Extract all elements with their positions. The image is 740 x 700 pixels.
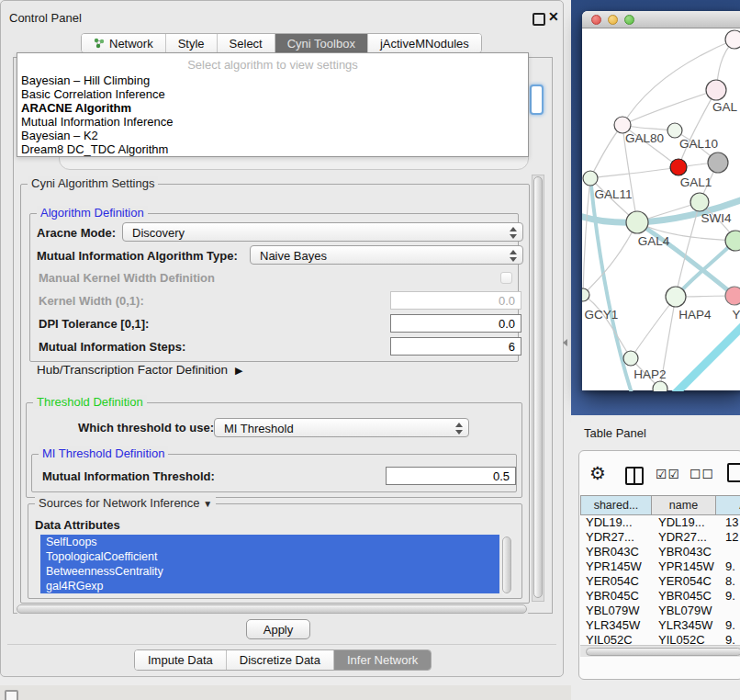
network-node[interactable]: [667, 123, 682, 138]
network-node[interactable]: [583, 171, 598, 186]
table-horizontal-scrollbar[interactable]: [580, 645, 740, 657]
close-panel-button[interactable]: ✕: [548, 9, 559, 24]
table-row[interactable]: YPR145WYPR145W9.: [580, 559, 740, 574]
bottom-tab-impute-data[interactable]: Impute Data: [135, 650, 227, 670]
network-node[interactable]: [706, 80, 726, 100]
table-cell: YBL079W: [652, 604, 725, 618]
column-browser-icon[interactable]: [625, 467, 644, 485]
minimize-traffic-light-icon[interactable]: [608, 15, 618, 25]
algorithm-definition-title: Algorithm Definition: [37, 206, 148, 220]
select-all-checkboxes-icon[interactable]: ☑☑: [656, 467, 680, 481]
which-threshold-select[interactable]: MI Threshold: [214, 418, 469, 437]
tab-select[interactable]: Select: [218, 34, 275, 52]
horizontal-scrollbar-thumb[interactable]: [17, 604, 527, 614]
network-canvas[interactable]: GALGAL80GAL10GAL11GAL1SWI4GAL4GCY1HAP4YH…: [582, 29, 740, 391]
table-scrollbar-thumb[interactable]: [586, 648, 740, 656]
algorithm-dropdown: Select algorithm to view settings Bayesi…: [17, 52, 529, 157]
table-cell: YBL079W: [580, 604, 652, 618]
table-row[interactable]: YBL079WYBL079W: [580, 604, 740, 618]
network-edge[interactable]: [674, 323, 740, 391]
column-header-a[interactable]: A: [716, 495, 740, 515]
network-edge[interactable]: [583, 178, 590, 295]
close-traffic-light-icon[interactable]: [591, 15, 601, 25]
table-row[interactable]: YLR345WYLR345W9.: [580, 618, 740, 633]
attribute-item-selfloops[interactable]: SelfLoops: [40, 535, 499, 549]
dpi-tolerance-input[interactable]: 0.0: [390, 314, 521, 333]
algorithm-option-mutual-information-inference[interactable]: Mutual Information Inference: [17, 115, 528, 129]
mi-steps-input[interactable]: 6: [390, 337, 521, 356]
network-node[interactable]: [725, 30, 740, 49]
settings-horizontal-scrollbar[interactable]: [16, 604, 530, 615]
algorithm-option-dream8-dc-tdc-algorithm[interactable]: Dream8 DC_TDC Algorithm: [17, 142, 528, 156]
kernel-width-input[interactable]: 0.0: [390, 291, 521, 310]
table-cell: YPR145W: [652, 559, 725, 574]
network-window-titlebar[interactable]: [582, 11, 740, 28]
network-edge[interactable]: [590, 167, 678, 178]
bottom-tab-infer-network[interactable]: Infer Network: [334, 650, 431, 670]
export-table-icon[interactable]: [727, 463, 740, 482]
algorithm-option-aracne-algorithm[interactable]: ARACNE Algorithm: [17, 101, 528, 115]
settings-vertical-scrollbar[interactable]: [532, 175, 544, 602]
panel-collapse-handle[interactable]: [563, 339, 567, 346]
gear-icon[interactable]: ⚙: [589, 462, 606, 484]
attribute-item-topologicalcoefficient[interactable]: TopologicalCoefficient: [40, 549, 499, 564]
mi-threshold-input[interactable]: 0.5: [386, 467, 516, 485]
network-node[interactable]: [626, 211, 648, 233]
table-row[interactable]: YDL19...YDL19...13: [580, 515, 740, 530]
network-edge[interactable]: [622, 90, 716, 125]
column-header-shared[interactable]: shared...: [580, 495, 652, 515]
network-edge[interactable]: [583, 295, 631, 358]
network-node[interactable]: [725, 287, 740, 305]
network-edge[interactable]: [583, 222, 637, 295]
hub-definition-toggle[interactable]: Hub/Transcription Factor Definition▶: [37, 363, 243, 377]
aracne-mode-label: Aracne Mode:: [37, 226, 116, 240]
zoom-traffic-light-icon[interactable]: [624, 15, 634, 25]
network-node[interactable]: [670, 159, 687, 175]
network-node[interactable]: [690, 193, 709, 211]
tab-network[interactable]: Network: [82, 34, 166, 52]
table-row[interactable]: YBR045CYBR045C9.: [580, 589, 740, 604]
deselect-all-checkboxes-icon[interactable]: ☐☐: [690, 467, 714, 481]
mi-algorithm-type-select[interactable]: Naive Bayes: [250, 245, 523, 265]
table-row[interactable]: YBR043CYBR043C: [580, 545, 740, 559]
algorithm-option-bayesian-k2[interactable]: Bayesian – K2: [17, 129, 528, 142]
tab-cyni-toolbox[interactable]: Cyni Toolbox: [275, 34, 368, 52]
aracne-mode-select[interactable]: Discovery: [122, 222, 523, 242]
attribute-item-gal4rgexp[interactable]: gal4RGexp: [40, 579, 499, 593]
tab-style[interactable]: Style: [166, 34, 218, 52]
mi-threshold-group-title: MI Threshold Definition: [39, 446, 168, 460]
docked-panel-icon[interactable]: [5, 690, 18, 700]
table-cell: YDL19...: [652, 515, 725, 530]
attributes-list-scrollbar[interactable]: [501, 536, 512, 596]
network-node[interactable]: [666, 287, 686, 307]
algorithm-option-basic-correlation-inference[interactable]: Basic Correlation Inference: [17, 87, 528, 101]
panel-divider: [7, 644, 556, 645]
data-attributes-list[interactable]: SelfLoopsTopologicalCoefficientBetweenne…: [40, 535, 499, 597]
expand-right-icon[interactable]: ▶: [235, 365, 242, 377]
algorithm-option-bayesian-hill-climbing[interactable]: Bayesian – Hill Climbing: [17, 73, 528, 87]
network-node[interactable]: [582, 288, 589, 301]
table-cell: 9.: [725, 618, 740, 633]
network-node[interactable]: [725, 231, 740, 251]
tab-jactivemnodules[interactable]: jActiveMNodules: [368, 34, 481, 52]
attribute-item-betweennesscentrality[interactable]: BetweennessCentrality: [40, 564, 499, 579]
table-row[interactable]: YER054CYER054C8.: [580, 574, 740, 589]
collapse-triangle-icon[interactable]: ▼: [203, 499, 212, 509]
table-row[interactable]: YDR27...YDR27...12: [580, 530, 740, 545]
bottom-tab-discretize-data[interactable]: Discretize Data: [227, 650, 334, 670]
network-node[interactable]: [623, 351, 638, 366]
attributes-scrollbar-thumb[interactable]: [502, 536, 511, 593]
network-node[interactable]: [708, 152, 728, 173]
column-header-name[interactable]: name: [652, 495, 716, 515]
sources-group-title[interactable]: Sources for Network Inference ▼: [35, 496, 216, 510]
float-window-button[interactable]: [533, 13, 545, 26]
apply-button[interactable]: Apply: [246, 619, 310, 639]
network-edge[interactable]: [590, 125, 622, 178]
settings-scrollbar-thumb[interactable]: [533, 176, 543, 598]
focused-spinner-fragment[interactable]: [530, 85, 544, 115]
network-node[interactable]: [653, 381, 667, 391]
stepper-arrows-icon: [454, 422, 463, 435]
network-edge[interactable]: [631, 297, 676, 358]
table-row[interactable]: YIL052CYIL052C9.: [580, 633, 740, 644]
manual-kernel-width-checkbox[interactable]: [500, 272, 512, 284]
